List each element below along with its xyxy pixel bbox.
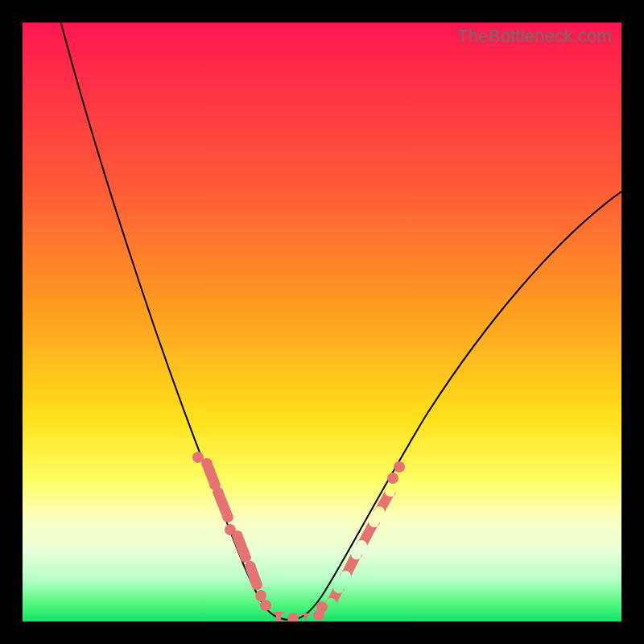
- svg-point-8: [394, 461, 405, 473]
- svg-point-4: [287, 613, 299, 621]
- plot-area: TheBottleneck.com: [23, 23, 621, 621]
- chart-frame: TheBottleneck.com: [0, 0, 644, 644]
- svg-point-7: [387, 473, 398, 484]
- curve-svg: [23, 23, 621, 621]
- svg-point-2: [255, 590, 266, 601]
- svg-point-6: [316, 601, 328, 613]
- bottleneck-curve: [59, 23, 621, 620]
- svg-point-3: [260, 600, 271, 611]
- marker-dots: [192, 452, 405, 621]
